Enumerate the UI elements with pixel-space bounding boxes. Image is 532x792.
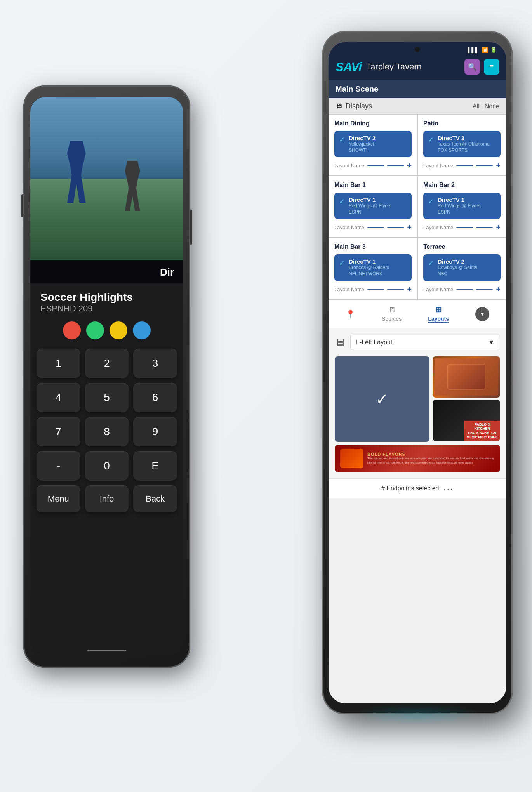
field-area [30, 179, 183, 260]
layout-side-images: PABLO'SKITCHENFROM SCRATCHMEXICAN CUISIN… [433, 356, 500, 442]
back-phone-screen: Dir Soccer Highlights ESPNHD 209 [30, 97, 183, 656]
checkmark-icon: ✓ [428, 259, 434, 267]
layout-dash [367, 165, 384, 166]
layout-plus-button[interactable]: + [496, 285, 501, 294]
cell-source-main-dining[interactable]: ✓ DirecTV 2 YellowjacketSHOWTI [334, 131, 412, 157]
displays-text: Displays [346, 102, 372, 110]
layout-plus-button[interactable]: + [407, 285, 412, 294]
nav-sources[interactable]: 🖥 Sources [382, 306, 402, 322]
num-5-button[interactable]: 5 [85, 383, 129, 412]
red-button[interactable] [63, 321, 81, 339]
search-button[interactable]: 🔍 [464, 59, 480, 75]
source-info: DirecTV 3 Texas Tech @ OklahomaFOX SPORT… [438, 135, 489, 153]
layout-plus-button[interactable]: + [407, 161, 412, 170]
food-label: PABLO'SKITCHENFROM SCRATCHMEXICAN CUISIN… [464, 421, 500, 441]
directv-label: Dir [30, 260, 183, 285]
layout-row: Layout Name + [334, 161, 412, 170]
num-3-button[interactable]: 3 [133, 349, 177, 378]
layout-preview-area: ✓ [335, 356, 500, 442]
front-phone: ▌▌▌ 📶 🔋 SAVi Tarpley Tavern 🔍 ≡ [322, 31, 513, 714]
layout-row: Layout Name + [423, 161, 501, 170]
num-2-button[interactable]: 2 [85, 349, 129, 378]
cell-source-main-bar-3[interactable]: ✓ DirecTV 1 Broncos @ RaidersNFL NETWORK [334, 254, 412, 281]
layout-dash-2 [476, 227, 493, 228]
display-cell-main-bar-1: Main Bar 1 ✓ DirecTV 1 Red Wings @ Flyer… [329, 176, 417, 238]
blue-button[interactable] [133, 321, 151, 339]
cell-source-main-bar-1[interactable]: ✓ DirecTV 1 Red Wings @ FlyersESPN [334, 193, 412, 219]
source-info: DirecTV 2 YellowjacketSHOWTI [349, 135, 376, 153]
back-phone: Dir Soccer Highlights ESPNHD 209 [23, 85, 190, 668]
displays-label: 🖥 Displays [336, 102, 372, 110]
source-detail: Cowboys @ SaintsNBC [438, 265, 477, 277]
all-none-toggle[interactable]: All | None [473, 103, 499, 110]
num-e-button[interactable]: E [133, 451, 177, 481]
nav-layouts[interactable]: ⊞ Layouts [428, 306, 449, 323]
layout-label: Layout Name [334, 163, 364, 168]
layout-label: Layout Name [423, 287, 453, 292]
display-cell-main-bar-2: Main Bar 2 ✓ DirecTV 1 Red Wings @ Flyer… [417, 176, 506, 238]
layout-row: Layout Name + [423, 223, 501, 232]
layout-dropdown[interactable]: L-Left Layout ▼ [350, 335, 500, 350]
num-dash-button[interactable]: - [37, 451, 80, 481]
display-cell-patio: Patio ✓ DirecTV 3 Texas Tech @ OklahomaF… [417, 114, 506, 176]
back-button[interactable]: Back [133, 485, 177, 512]
endpoints-label: # Endpoints selected [381, 485, 439, 492]
source-name: DirecTV 1 [349, 258, 389, 265]
bottom-nav: 📍 🖥 Sources ⊞ Layouts ▾ [329, 300, 506, 328]
front-phone-screen: ▌▌▌ 📶 🔋 SAVi Tarpley Tavern 🔍 ≡ [329, 42, 506, 703]
sources-icon: 🖥 [388, 306, 395, 314]
checkmark-icon: ✓ [428, 197, 434, 206]
num-7-button[interactable]: 7 [37, 417, 80, 446]
source-name: DirecTV 2 [438, 258, 477, 265]
layout-plus-button[interactable]: + [496, 161, 501, 170]
num-9-button[interactable]: 9 [133, 417, 177, 446]
savi-logo-text: SAVi [336, 60, 362, 74]
cell-source-patio[interactable]: ✓ DirecTV 3 Texas Tech @ OklahomaFOX SPO… [423, 131, 501, 157]
cell-source-main-bar-2[interactable]: ✓ DirecTV 1 Red Wings @ FlyersESPN [423, 193, 501, 219]
layout-label: Layout Name [334, 224, 364, 230]
num-4-button[interactable]: 4 [37, 383, 80, 412]
layout-dash [456, 289, 473, 290]
color-buttons [63, 321, 151, 339]
yellow-button[interactable] [110, 321, 127, 339]
cell-title-patio: Patio [423, 120, 501, 127]
nav-down-button[interactable]: ▾ [475, 307, 489, 321]
menu-button[interactable]: Menu [37, 485, 80, 512]
cell-title-terrace: Terrace [423, 243, 501, 250]
layout-plus-button[interactable]: + [407, 223, 412, 232]
layout-row: Layout Name + [334, 223, 412, 232]
location-icon: 📍 [346, 309, 355, 319]
banner-title: BOLD FLAVORS [367, 452, 495, 457]
layout-dash-2 [387, 165, 404, 166]
remote-area: Soccer Highlights ESPNHD 209 1 2 3 4 [30, 283, 183, 656]
channel-info: Soccer Highlights ESPNHD 209 [37, 291, 177, 314]
num-0-button[interactable]: 0 [85, 451, 129, 481]
monitor-icon: 🖥 [336, 102, 342, 110]
menu-button[interactable]: ≡ [484, 59, 499, 75]
volume-button [21, 194, 23, 217]
signal-icon: ▌▌▌ [468, 47, 479, 53]
info-button[interactable]: Info [85, 485, 129, 512]
layout-icon: 🖥 [335, 336, 346, 349]
display-grid: Main Dining ✓ DirecTV 2 YellowjacketSHOW… [329, 114, 506, 300]
cell-source-terrace[interactable]: ✓ DirecTV 2 Cowboys @ SaintsNBC [423, 254, 501, 281]
num-1-button[interactable]: 1 [37, 349, 80, 378]
nav-location[interactable]: 📍 [346, 309, 355, 319]
checkmark-icon: ✓ [339, 259, 345, 267]
back-phone-shell: Dir Soccer Highlights ESPNHD 209 [23, 85, 190, 668]
endpoints-dots-icon[interactable]: ··· [443, 484, 454, 493]
layouts-icon: ⊞ [436, 306, 442, 314]
green-button[interactable] [86, 321, 104, 339]
source-name: DirecTV 1 [438, 196, 480, 203]
layout-plus-button[interactable]: + [496, 223, 501, 232]
num-6-button[interactable]: 6 [133, 383, 177, 412]
layout-dash-2 [387, 227, 404, 228]
layout-label: Layout Name [423, 224, 453, 230]
layout-main-preview[interactable]: ✓ [335, 356, 429, 442]
soccer-image [30, 97, 183, 260]
num-8-button[interactable]: 8 [85, 417, 129, 446]
savi-logo: SAVi Tarpley Tavern [336, 60, 422, 74]
layout-dash-2 [387, 289, 404, 290]
banner-subtitle: The spices and ingredients we use are pr… [367, 457, 495, 465]
crowd-area [30, 97, 183, 187]
